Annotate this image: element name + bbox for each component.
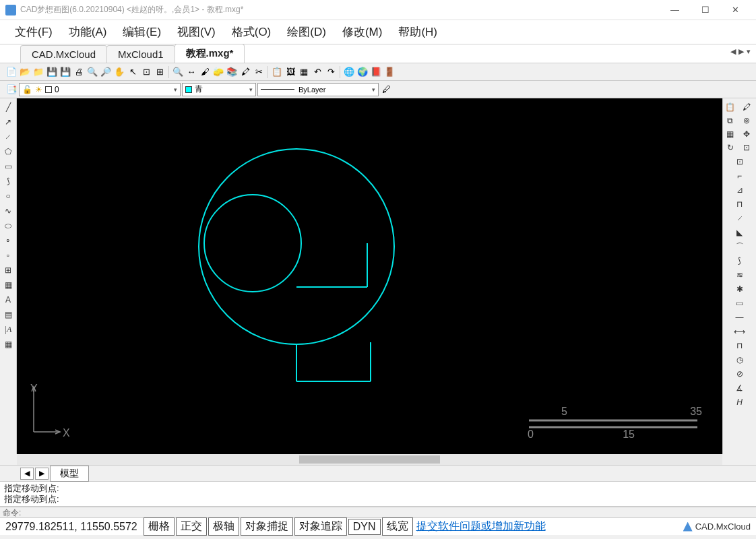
eraser-icon[interactable]: 🧽 [212,66,224,78]
zoom-out-icon[interactable]: 🔎 [100,66,112,78]
zoom-ext-icon[interactable]: ⊞ [154,66,166,78]
grid-toggle[interactable]: 栅格 [144,517,175,536]
tab-scroll[interactable]: ◀▶▾ [730,47,751,56]
drawing-canvas[interactable]: 5 35 0 15 Y X [17,98,722,454]
menu-func[interactable]: 功能(A) [61,20,115,44]
pline-icon[interactable]: ⟋ [2,131,14,143]
rect-icon[interactable]: ▭ [2,160,14,172]
block-icon[interactable]: ▫ [2,249,14,261]
copy-icon[interactable]: 📋 [724,101,736,113]
menu-draw[interactable]: 绘图(D) [279,20,334,44]
dim3-icon[interactable]: ◷ [734,354,746,366]
extend-icon[interactable]: ⊿ [734,184,746,196]
dyn-toggle[interactable]: DYN [348,519,381,535]
dim-icon[interactable]: ↔ [185,66,197,78]
dim5-icon[interactable]: ∡ [734,382,746,394]
join-icon[interactable]: ⟆ [734,255,746,267]
paint-icon[interactable]: 🖌 [199,66,211,78]
model-tab[interactable]: 模型 [50,466,89,482]
array-icon[interactable]: ▦ [724,128,736,140]
menu-modify[interactable]: 修改(M) [334,20,390,44]
save-icon[interactable]: 💾 [46,66,58,78]
div1-icon[interactable]: — [734,311,746,323]
rotate-icon[interactable]: ↻ [724,141,736,154]
arc2-icon[interactable]: ⌒ [734,241,746,253]
trim-icon[interactable]: ⌐ [734,170,746,182]
cursor-icon[interactable]: ↖ [127,66,139,78]
tab-2[interactable]: MxCloud1 [106,45,175,63]
layer-dropdown[interactable]: 🔓☀ 0 ▾ [19,83,181,96]
move-icon[interactable]: ✥ [741,128,753,140]
dtext-icon[interactable]: |A [2,323,14,336]
ellipse-icon[interactable]: ⬭ [2,220,14,232]
pan-icon[interactable]: ✋ [113,66,125,78]
exit-icon[interactable]: 🚪 [383,66,396,78]
erase-icon[interactable]: 🖍 [741,101,753,113]
close-button[interactable]: ✕ [720,0,751,20]
zoom-window-icon[interactable]: ⊡ [140,66,152,78]
open-icon[interactable]: 📂 [19,66,31,78]
xline-icon[interactable]: ↗ [2,116,14,128]
mtext-icon[interactable]: ▤ [2,309,14,321]
tab-prev-button[interactable]: ◀ [20,468,34,480]
osnap-toggle[interactable]: 对象捕捉 [241,517,293,536]
pedit-icon[interactable]: ✱ [734,283,746,295]
otrack-toggle[interactable]: 对象追踪 [294,517,347,536]
offset-icon[interactable]: ⊚ [741,115,753,127]
table2-icon[interactable]: ▦ [2,338,14,350]
menu-edit[interactable]: 编辑(E) [115,20,169,44]
undo-icon[interactable]: ↶ [311,66,323,78]
pdf-icon[interactable]: 📕 [370,66,382,78]
redo-icon[interactable]: ↷ [325,66,337,78]
minimize-button[interactable]: — [660,0,690,20]
spline-icon[interactable]: ∿ [2,205,14,217]
mirror-icon[interactable]: ⧉ [724,115,736,127]
new-icon[interactable]: 📄 [5,66,18,78]
linetype-dropdown[interactable]: ByLayer ▾ [257,83,379,96]
net-icon[interactable]: 🌍 [356,66,369,78]
layers-icon[interactable]: 📚 [226,66,238,78]
ortho-toggle[interactable]: 正交 [176,517,207,536]
dim4-icon[interactable]: ⊘ [734,368,746,380]
stretch-icon[interactable]: ⊡ [734,156,746,168]
break-icon[interactable]: ⊓ [734,198,746,210]
zoom-in-icon[interactable]: 🔍 [86,66,98,78]
align-icon[interactable]: ▭ [734,297,746,309]
chamfer-icon[interactable]: ◣ [734,226,746,239]
fillet-icon[interactable]: ⟋ [734,212,746,224]
point-icon[interactable]: ∘ [2,234,14,247]
saveas-icon[interactable]: 💾 [59,66,71,78]
circle-icon[interactable]: ○ [2,190,14,202]
obj-icon[interactable]: 📋 [271,66,283,78]
zoom-prev-icon[interactable]: 🔍 [172,66,184,78]
brush-icon[interactable]: 🖍 [239,66,251,78]
color-dropdown[interactable]: 青 ▾ [182,83,256,96]
text-icon[interactable]: A [2,294,14,306]
menu-file[interactable]: 文件(F) [7,20,61,44]
arc-icon[interactable]: ⟆ [2,175,14,187]
open2-icon[interactable]: 📁 [32,66,44,78]
print-icon[interactable]: 🖨 [73,66,85,78]
menu-help[interactable]: 帮助(H) [390,20,445,44]
polygon-icon[interactable]: ⬠ [2,146,14,158]
polar-toggle[interactable]: 极轴 [208,517,239,536]
tab-3-active[interactable]: 教程.mxg* [175,44,245,63]
line-icon[interactable]: ╱ [2,101,14,113]
dim1-icon[interactable]: ⟷ [734,325,746,338]
cut-icon[interactable]: ✂ [253,66,265,78]
maximize-button[interactable]: ☐ [690,0,720,20]
brush2-icon[interactable]: 🖊 [380,84,392,96]
explode-icon[interactable]: ≋ [734,269,746,281]
tab-1[interactable]: CAD.MxCloud [20,45,107,63]
hatch-icon[interactable]: ▦ [2,279,14,291]
dim6-icon[interactable]: H [734,396,746,408]
dim2-icon[interactable]: ⊓ [734,340,746,352]
command-input[interactable]: 命令: [0,507,756,517]
insert-icon[interactable]: ⊞ [2,264,14,276]
scale-icon[interactable]: ⊡ [741,141,753,154]
tab-next-button[interactable]: ▶ [35,468,49,480]
globe-icon[interactable]: 🌐 [343,66,355,78]
feedback-link[interactable]: 提交软件问题或增加新功能 [414,519,548,534]
table-icon[interactable]: ▦ [298,66,310,78]
layer-manager-icon[interactable]: 📑 [5,84,18,96]
